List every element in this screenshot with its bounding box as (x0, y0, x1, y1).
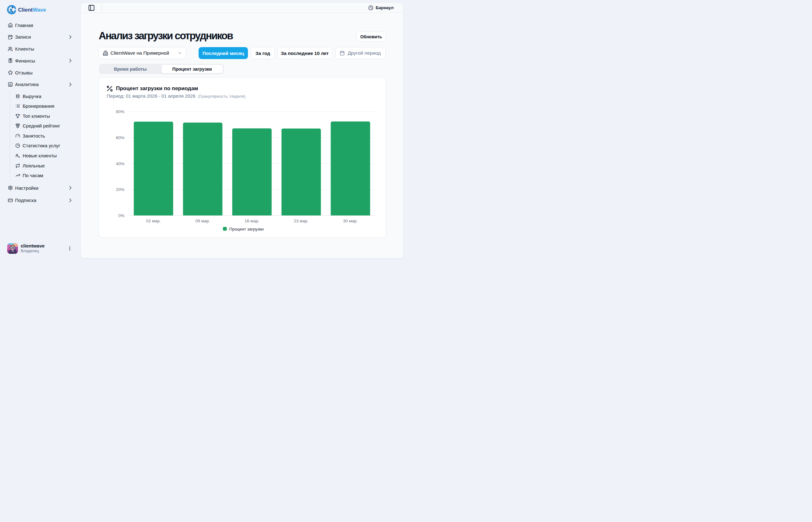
svg-text:02 мар.: 02 мар. (146, 219, 161, 223)
svg-text:09 мар.: 09 мар. (195, 219, 210, 223)
svg-text:Процент загрузки: Процент загрузки (229, 227, 264, 232)
svg-text:16 мар.: 16 мар. (244, 219, 259, 223)
svg-text:60%: 60% (116, 135, 124, 140)
svg-text:20%: 20% (116, 187, 124, 192)
svg-text:0%: 0% (118, 213, 124, 218)
svg-text:80%: 80% (116, 109, 124, 114)
svg-text:23 мар.: 23 мар. (294, 219, 309, 223)
svg-text:30 мар.: 30 мар. (343, 219, 358, 223)
svg-text:40%: 40% (116, 161, 124, 166)
